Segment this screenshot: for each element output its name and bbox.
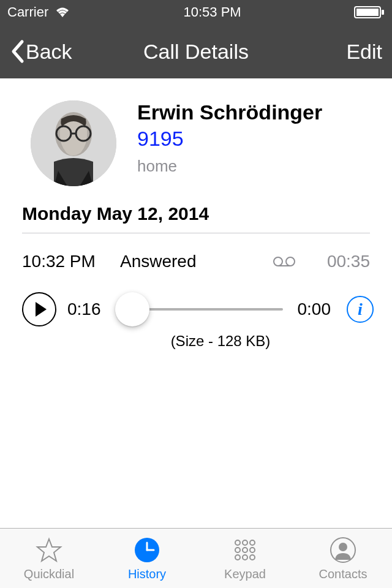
svg-point-24 bbox=[243, 555, 247, 560]
call-duration: 00:35 bbox=[309, 252, 370, 271]
wifi-icon bbox=[55, 6, 70, 18]
info-button[interactable]: i bbox=[347, 296, 374, 323]
tab-history[interactable]: History bbox=[98, 529, 196, 588]
svg-point-11 bbox=[286, 257, 295, 266]
date-heading: Monday May 12, 2014 bbox=[22, 203, 370, 233]
keypad-icon bbox=[232, 535, 258, 565]
chevron-left-icon bbox=[10, 39, 24, 64]
svg-rect-1 bbox=[356, 9, 379, 16]
svg-rect-2 bbox=[382, 10, 384, 15]
contact-name: Erwin Schrödinger bbox=[137, 100, 322, 124]
play-button[interactable] bbox=[22, 292, 56, 326]
remaining-time: 0:00 bbox=[294, 300, 331, 319]
call-status: Answered bbox=[114, 252, 260, 271]
elapsed-time: 0:16 bbox=[67, 300, 104, 319]
svg-point-27 bbox=[339, 543, 347, 551]
tab-label: Contacts bbox=[319, 567, 368, 581]
content: Erwin Schrödinger 9195 home Monday May 1… bbox=[0, 78, 392, 350]
tab-keypad[interactable]: Keypad bbox=[196, 529, 294, 588]
edit-button[interactable]: Edit bbox=[346, 40, 382, 64]
status-bar: Carrier 10:53 PM bbox=[0, 0, 392, 24]
tab-label: Quickdial bbox=[24, 567, 74, 581]
avatar bbox=[31, 100, 116, 186]
tab-label: History bbox=[128, 567, 166, 581]
contact-row: Erwin Schrödinger 9195 home bbox=[0, 91, 392, 203]
call-row: 10:32 PM Answered 00:35 bbox=[0, 242, 392, 275]
tab-contacts[interactable]: Contacts bbox=[294, 529, 392, 588]
status-time: 10:53 PM bbox=[184, 4, 241, 20]
svg-point-10 bbox=[274, 257, 282, 266]
play-icon bbox=[36, 302, 47, 317]
svg-point-18 bbox=[243, 540, 247, 545]
svg-point-21 bbox=[243, 548, 247, 552]
playback-slider[interactable] bbox=[115, 292, 283, 326]
carrier-label: Carrier bbox=[7, 4, 48, 20]
person-icon bbox=[330, 535, 356, 565]
tab-quickdial[interactable]: Quickdial bbox=[0, 529, 98, 588]
svg-point-22 bbox=[250, 548, 255, 552]
back-label: Back bbox=[26, 40, 72, 64]
voicemail-icon bbox=[272, 255, 296, 268]
back-button[interactable]: Back bbox=[10, 39, 72, 64]
tab-bar: Quickdial History Keypad Contac bbox=[0, 528, 392, 588]
page-title: Call Details bbox=[143, 40, 249, 64]
file-size-label: (Size - 128 KB) bbox=[0, 329, 392, 350]
battery-icon bbox=[354, 6, 385, 18]
svg-marker-13 bbox=[37, 539, 61, 561]
svg-point-20 bbox=[235, 548, 240, 552]
contact-type-label: home bbox=[137, 157, 322, 176]
svg-point-17 bbox=[235, 540, 240, 545]
tab-label: Keypad bbox=[224, 567, 266, 581]
svg-point-25 bbox=[250, 555, 255, 560]
audio-player: 0:16 0:00 i bbox=[0, 275, 392, 329]
svg-point-19 bbox=[250, 540, 255, 545]
clock-icon bbox=[134, 535, 160, 565]
slider-thumb[interactable] bbox=[115, 292, 149, 326]
call-time: 10:32 PM bbox=[22, 252, 114, 271]
nav-bar: Back Call Details Edit bbox=[0, 24, 392, 78]
contact-number[interactable]: 9195 bbox=[137, 127, 322, 151]
svg-point-23 bbox=[235, 555, 240, 560]
star-icon bbox=[36, 535, 62, 565]
